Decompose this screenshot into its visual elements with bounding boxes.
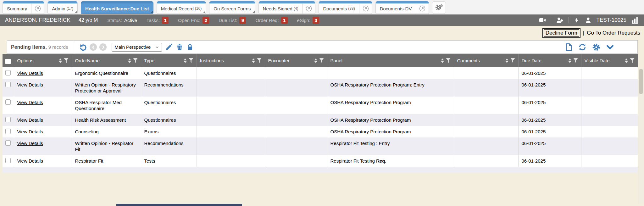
view-details-link[interactable]: View Details	[17, 158, 43, 164]
sort-icon[interactable]	[625, 58, 628, 63]
cell-panel: OSHA Respiratory Protection Program	[327, 114, 454, 126]
decline-form-link[interactable]: Decline Form	[546, 30, 577, 36]
refresh-icon[interactable]	[578, 43, 586, 51]
tab-settings-button[interactable]	[432, 1, 446, 14]
due-list-badge[interactable]: 9	[239, 17, 246, 24]
bar-chart-icon[interactable]	[631, 16, 639, 24]
sort-icon[interactable]	[505, 58, 508, 63]
settings-gear-icon[interactable]	[592, 43, 600, 51]
header-order-name[interactable]: OrderName	[72, 54, 141, 67]
edit-pencil-icon[interactable]	[165, 43, 173, 51]
cell-type: Questionnaires	[141, 97, 197, 114]
tab-label: Summary	[3, 3, 31, 14]
sort-icon[interactable]	[252, 58, 255, 63]
header-options[interactable]: Options	[14, 54, 72, 67]
video-camera-icon[interactable]	[539, 16, 546, 24]
tab-needs-signed[interactable]: Needs Signed(4)	[258, 1, 316, 14]
filter-funnel-icon[interactable]	[133, 58, 138, 63]
open-in-new-icon[interactable]	[359, 3, 372, 14]
table-row: View Details Written Opinion - Respirato…	[3, 79, 638, 97]
lightning-bolt-icon[interactable]	[574, 16, 580, 24]
header-comments[interactable]: Comments	[454, 54, 518, 67]
perspective-select[interactable]: Main Perspective	[112, 43, 162, 52]
tab-label: Medical Record	[161, 6, 194, 11]
cell-instructions	[197, 79, 265, 97]
header-visible-date[interactable]: Visible Date	[581, 54, 638, 67]
tab-admin[interactable]: Admin(17)	[47, 1, 78, 14]
tab-label: Health Surveillance:Due List	[81, 3, 153, 14]
filter-funnel-icon[interactable]	[446, 58, 451, 63]
sort-icon[interactable]	[568, 58, 571, 63]
new-document-icon[interactable]	[565, 43, 573, 51]
filter-funnel-icon[interactable]	[574, 58, 578, 63]
cell-panel: OSHA Respiratory Protection Program	[327, 126, 454, 137]
next-button[interactable]	[99, 43, 107, 51]
table-header-row: Options OrderName Type Instructions Enco…	[3, 54, 638, 67]
view-details-link[interactable]: View Details	[17, 82, 43, 87]
select-all-checkbox[interactable]	[5, 59, 11, 64]
person-add-icon[interactable]	[556, 16, 564, 24]
undo-icon[interactable]	[79, 43, 87, 51]
sort-icon[interactable]	[314, 58, 317, 63]
filter-funnel-icon[interactable]	[511, 58, 515, 63]
header-panel[interactable]: Panel	[327, 54, 454, 67]
view-details-link[interactable]: View Details	[17, 129, 43, 134]
tab-documents[interactable]: Documents(38)	[319, 1, 372, 14]
cell-order-name: Written Opinion - Respiratory Protection…	[72, 79, 141, 97]
header-encounter[interactable]: Encounter	[265, 54, 327, 67]
filter-funnel-icon[interactable]	[630, 58, 635, 63]
go-to-order-requests-link[interactable]: Go To Order Requests	[587, 30, 640, 36]
tab-label: Documents	[323, 6, 347, 11]
row-checkbox[interactable]	[5, 129, 11, 134]
vertical-scrollbar[interactable]	[638, 68, 644, 204]
filter-funnel-icon[interactable]	[64, 58, 69, 63]
filter-funnel-icon[interactable]	[189, 58, 193, 63]
open-in-new-icon[interactable]	[302, 3, 315, 14]
vertical-scrollbar-thumb[interactable]	[639, 69, 643, 94]
view-details-link[interactable]: View Details	[17, 117, 43, 123]
row-checkbox[interactable]	[5, 158, 11, 163]
tab-medical-record[interactable]: Medical Record(16)	[157, 1, 206, 14]
lock-icon[interactable]	[186, 43, 193, 51]
sort-icon[interactable]	[184, 58, 187, 63]
open-in-new-icon[interactable]	[416, 3, 429, 14]
row-checkbox[interactable]	[5, 82, 11, 87]
tab-on-screen-forms[interactable]: On Screen Forms	[209, 1, 255, 14]
tab-documents-dv[interactable]: Documents-DV	[375, 1, 429, 14]
sort-icon[interactable]	[128, 58, 131, 63]
filter-funnel-icon[interactable]	[319, 58, 324, 63]
tasks-badge[interactable]: 1	[162, 17, 169, 24]
header-type[interactable]: Type	[141, 54, 197, 67]
row-checkbox[interactable]	[5, 70, 11, 75]
filter-funnel-icon[interactable]	[257, 58, 262, 63]
sort-icon[interactable]	[59, 58, 62, 63]
esign-badge[interactable]: 3	[313, 17, 319, 24]
sort-icon[interactable]	[441, 58, 444, 63]
header-select-all	[3, 54, 14, 67]
cell-visible-date	[581, 155, 638, 167]
row-checkbox[interactable]	[5, 140, 11, 146]
patient-name: ANDERSON, FREDERICK	[5, 17, 70, 23]
tab-corner-fold	[252, 11, 255, 13]
order-req-badge[interactable]: 1	[281, 17, 288, 24]
delete-trash-icon[interactable]	[176, 43, 183, 51]
horizontal-scrollbar-thumb[interactable]	[116, 204, 242, 206]
cell-options: View Details	[14, 67, 72, 79]
header-instructions[interactable]: Instructions	[197, 54, 265, 67]
chevron-down-icon[interactable]	[606, 43, 614, 51]
open-enc-badge[interactable]: 2	[203, 17, 209, 24]
cell-visible-date	[581, 126, 638, 137]
tab-label: Documents-DV	[376, 3, 416, 14]
view-details-link[interactable]: View Details	[17, 141, 43, 146]
row-checkbox[interactable]	[5, 99, 11, 105]
tab-health-surveillance-due-list[interactable]: Health Surveillance:Due List	[81, 1, 153, 14]
view-details-link[interactable]: View Details	[17, 100, 43, 105]
previous-button[interactable]	[90, 43, 97, 51]
cell-comments	[454, 97, 518, 114]
view-details-link[interactable]: View Details	[17, 70, 43, 76]
person-icon[interactable]	[585, 17, 592, 24]
open-in-new-icon[interactable]	[31, 3, 44, 14]
tab-summary[interactable]: Summary	[3, 1, 44, 14]
header-due-date[interactable]: Due Date	[518, 54, 581, 67]
row-checkbox[interactable]	[5, 117, 11, 122]
